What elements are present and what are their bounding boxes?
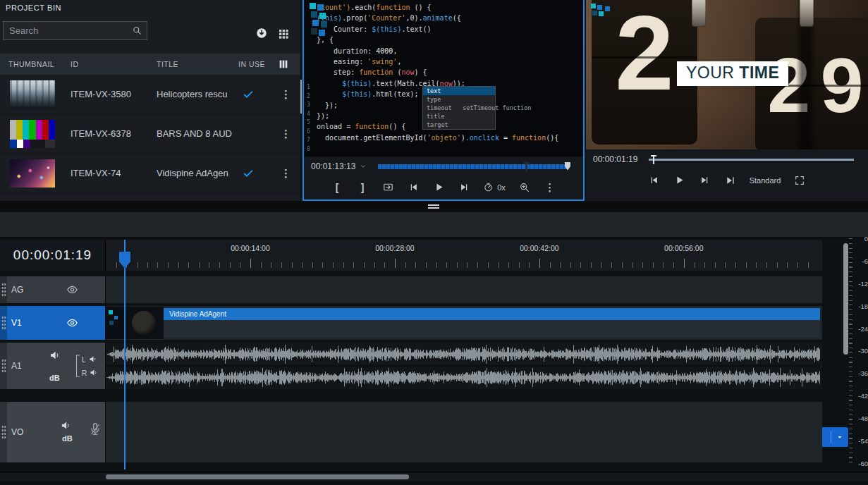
clip-thumbnail[interactable] [10,120,55,148]
mic-icon[interactable] [87,422,103,437]
track-header-ag[interactable]: AG [0,276,106,303]
program-monitor: 2 29 YOUR TIME 00:00:01:19 [586,0,868,201]
track-header-v1[interactable]: V1 [0,306,106,340]
track-visibility-eye-icon[interactable] [66,284,78,296]
channel-left[interactable]: L [82,355,98,364]
ruler-tick [188,262,189,268]
ruler-tick [333,262,334,268]
source-transport-controls: [ ] 0x ⋮ [304,176,583,198]
track-drag-handle[interactable] [0,343,7,389]
timeline-ruler[interactable]: 00:00:14:0000:00:28:0000:00:42:0000:00:5… [106,240,822,271]
autocomplete-item[interactable]: type [423,95,495,104]
row-menu-button[interactable]: ⋮ [281,88,291,101]
autocomplete-item[interactable]: title [423,112,495,121]
program-scrub-bar[interactable] [649,156,854,163]
video-editor-app: PROJECT BIN THUMBNAIL ID TITLE IN USE IT… [0,0,868,485]
ruler-tick [168,262,169,268]
speaker-icon[interactable] [61,420,71,431]
divider-grip-handle[interactable] [428,204,439,209]
quality-selector[interactable]: Standard [750,176,781,185]
mark-in-button[interactable]: [ [331,180,343,195]
ruler-tick [261,262,262,268]
track-content-ag[interactable] [106,276,822,303]
horizontal-scrollbar-thumb[interactable] [106,474,409,479]
track-content-a1[interactable] [106,343,822,389]
track-visibility-eye-icon[interactable] [66,317,78,329]
next-frame-icon[interactable] [458,180,470,195]
match-frame-icon[interactable] [381,180,394,195]
column-header-id[interactable]: ID [71,54,79,75]
program-scrub-playhead[interactable] [653,155,654,164]
db-button[interactable]: dB [49,374,60,382]
play-icon[interactable] [432,180,445,195]
db-scale-label: 0 [864,235,868,242]
track-drag-handle[interactable] [0,402,7,462]
track-header-a1[interactable]: A1 dB L R [0,343,106,389]
db-button[interactable]: dB [62,434,73,443]
track-content-vo[interactable] [106,402,822,462]
ruler-tick [550,262,551,268]
columns-settings-icon[interactable] [278,54,289,75]
db-scale-label: -24 [858,325,868,333]
source-video-viewport[interactable]: 12345678 .count').each(function () {(thi… [304,0,583,156]
ruler-tick [219,262,220,268]
db-scale-label: -18 [858,302,868,310]
publish-dropdown-caret[interactable] [831,433,848,441]
previous-frame-icon[interactable] [648,173,661,188]
ruler-tick [271,262,271,268]
source-timecode[interactable]: 00:01:13:13 [311,161,355,171]
track-name: V1 [11,318,22,328]
column-header-title[interactable]: TITLE [157,54,178,75]
audio-waveform-right [106,367,820,388]
clip-thumbnail[interactable] [10,159,55,188]
speaker-icon[interactable] [49,350,61,361]
clip-thumbnail[interactable] [10,80,55,109]
program-video-viewport[interactable]: 2 29 YOUR TIME [586,0,868,149]
horizontal-scrollbar[interactable] [0,472,868,481]
autocomplete-item[interactable]: target [423,121,495,129]
row-menu-button[interactable]: ⋮ [281,128,291,140]
bin-row[interactable]: ITEM-VX-6378 BARS AND 8 AUD ⋮ [0,114,300,154]
row-menu-button[interactable]: ⋮ [281,167,291,180]
timeline-clip[interactable]: Vidispine AdAgent [106,307,820,339]
autocomplete-item[interactable]: timeout setTimeout function [423,104,495,112]
db-scale-label: -42 [858,392,868,400]
ruler-tick [353,262,354,268]
next-frame-icon[interactable] [699,173,711,188]
chevron-down-icon[interactable] [360,163,367,170]
ruler-tick [601,262,602,268]
bin-row[interactable]: ITEM-VX-74 Vidispine AdAgen ⋮ [0,154,300,193]
import-icon[interactable] [255,27,268,39]
zoom-in-icon[interactable] [518,180,531,195]
go-to-end-icon[interactable] [724,173,737,188]
track-header-vo[interactable]: VO dB [0,402,106,462]
previous-frame-icon[interactable] [407,180,420,195]
ruler-tick [374,262,375,268]
ruler-tick [673,262,674,268]
panel-splitter-handle[interactable] [300,80,302,113]
source-scrub-playhead[interactable] [526,162,527,171]
autocomplete-item[interactable]: text [423,87,495,95]
fullscreen-icon[interactable] [793,173,806,188]
source-scrub-bar[interactable] [378,164,569,170]
bin-row[interactable]: ITEM-VX-3580 Helicopters rescu ⋮ [0,75,300,114]
ruler-tick [292,262,293,268]
track-drag-handle[interactable] [0,276,7,303]
track-drag-handle[interactable] [0,306,7,340]
search-input[interactable] [4,25,132,36]
vertical-scrollbar-thumb[interactable] [843,243,848,355]
play-icon[interactable] [673,173,686,188]
source-more-menu[interactable]: ⋮ [544,180,556,195]
channel-separator [106,365,820,367]
project-bin-panel: PROJECT BIN THUMBNAIL ID TITLE IN USE IT… [0,0,300,209]
line-number: 2 [307,92,310,102]
playback-speed-control[interactable]: 0x [483,182,506,192]
mark-out-button[interactable]: ] [356,180,369,195]
clip-thumbnail-frame [125,307,164,339]
ruler-tick [653,262,654,268]
column-header-in-use[interactable]: IN USE [238,54,265,75]
channel-right[interactable]: R [82,369,98,377]
ruler-tick [756,262,757,268]
column-header-thumbnail[interactable]: THUMBNAIL [8,54,54,75]
grid-view-icon[interactable] [278,28,289,39]
